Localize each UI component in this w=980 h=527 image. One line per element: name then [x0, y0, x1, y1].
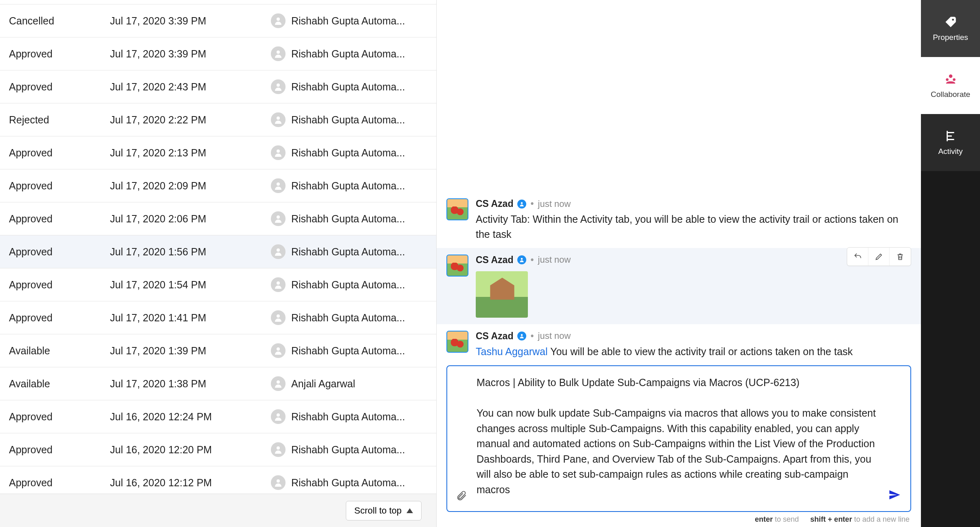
- status-cell: Approved: [0, 477, 110, 489]
- timestamp: just now: [538, 199, 571, 209]
- edit-button[interactable]: [868, 248, 890, 266]
- svg-point-2: [277, 51, 280, 54]
- table-row[interactable]: Rejected Jul 17, 2020 2:22 PM Rishabh Gu…: [0, 103, 436, 136]
- avatar[interactable]: [446, 198, 468, 220]
- table-row[interactable]: Approved Jul 17, 2020 2:43 PM Rishabh Gu…: [0, 70, 436, 103]
- table-row[interactable]: Approved Jul 17, 2020 2:06 PM Rishabh Gu…: [0, 202, 436, 235]
- date-cell: Jul 17, 2020 3:39 PM: [110, 15, 271, 27]
- table-row[interactable]: Approved Jul 17, 2020 2:13 PM Rishabh Gu…: [0, 136, 436, 169]
- verified-badge-icon: [517, 200, 526, 209]
- timestamp: just now: [538, 331, 571, 341]
- feed-meta: CS Azad • just now: [476, 331, 911, 342]
- table-row[interactable]: Approved Jul 17, 2020 3:39 PM Rishabh Gu…: [0, 37, 436, 70]
- feed-image-attachment[interactable]: [476, 271, 528, 318]
- svg-point-12: [277, 380, 280, 384]
- svg-point-18: [521, 334, 523, 336]
- user-cell: Rishabh Gupta Automa...: [271, 112, 436, 127]
- send-button[interactable]: [887, 487, 902, 503]
- compose-textarea[interactable]: [477, 375, 881, 497]
- table-row[interactable]: Approved Jul 17, 2020 2:09 PM Rishabh Gu…: [0, 169, 436, 202]
- activity-icon: [944, 129, 958, 143]
- table-row[interactable]: Approved Jul 16, 2020 12:24 PM Rishabh G…: [0, 400, 436, 433]
- status-cell: Approved: [0, 279, 110, 291]
- user-cell: Rishabh Gupta Automa...: [271, 310, 436, 325]
- user-name-label: Rishabh Gupta Automa...: [291, 180, 405, 192]
- table-row[interactable]: Approved Jul 17, 2020 1:54 PM Rishabh Gu…: [0, 268, 436, 301]
- mention-link[interactable]: Tashu Aggarwal: [476, 346, 548, 357]
- svg-point-20: [949, 75, 952, 78]
- user-name-label: Rishabh Gupta Automa...: [291, 312, 405, 324]
- avatar: [271, 79, 286, 94]
- user-name-label: Rishabh Gupta Automa...: [291, 15, 405, 27]
- compose-box: [446, 365, 911, 512]
- svg-point-10: [277, 314, 280, 318]
- svg-point-5: [277, 149, 280, 153]
- user-name-label: Rishabh Gupta Automa...: [291, 444, 405, 456]
- user-cell: Rishabh Gupta Automa...: [271, 343, 436, 358]
- user-name-label: Rishabh Gupta Automa...: [291, 114, 405, 126]
- avatar[interactable]: [446, 255, 468, 277]
- user-cell: Rishabh Gupta Automa...: [271, 145, 436, 160]
- people-icon: [944, 72, 958, 86]
- feed-text: Tashu Aggarwal You will be able to view …: [476, 344, 911, 359]
- avatar: [271, 277, 286, 292]
- avatar: [271, 409, 286, 424]
- table-row[interactable]: Available Jul 17, 2020 1:39 PM Rishabh G…: [0, 334, 436, 367]
- user-name-label: Rishabh Gupta Automa...: [291, 147, 405, 159]
- table-row[interactable]: Cancelled Jul 17, 2020 3:39 PM Rishabh G…: [0, 4, 436, 37]
- scroll-to-top-label: Scroll to top: [354, 505, 402, 516]
- date-cell: Jul 16, 2020 12:20 PM: [110, 444, 271, 456]
- attach-button[interactable]: [455, 489, 468, 503]
- avatar: [271, 46, 286, 61]
- svg-point-1: [277, 18, 280, 21]
- table-row[interactable]: Approved Jul 16, 2020 12:20 PM Rishabh G…: [0, 433, 436, 466]
- status-cell: Approved: [0, 213, 110, 225]
- avatar: [271, 112, 286, 127]
- avatar: [271, 310, 286, 325]
- svg-point-15: [277, 479, 280, 483]
- pencil-icon: [875, 252, 883, 261]
- status-cell: Approved: [0, 444, 110, 456]
- user-name-label: Rishabh Gupta Automa...: [291, 345, 405, 357]
- user-cell: Rishabh Gupta Automa...: [271, 409, 436, 424]
- reply-button[interactable]: [847, 248, 868, 266]
- svg-point-6: [277, 182, 280, 186]
- activity-panel: CS Azad • just now Activity Tab: Within …: [437, 0, 921, 527]
- svg-point-3: [277, 83, 280, 87]
- send-icon: [888, 489, 901, 501]
- separator-dot: •: [530, 331, 534, 342]
- date-cell: Jul 17, 2020 1:41 PM: [110, 312, 271, 324]
- scroll-to-top-button[interactable]: Scroll to top: [346, 501, 422, 520]
- table-row[interactable]: Available Jul 17, 2020 1:38 PM Anjali Ag…: [0, 367, 436, 400]
- rail-properties[interactable]: Properties: [921, 0, 980, 57]
- table-row[interactable]: Approved Jul 17, 2020 1:56 PM Rishabh Gu…: [0, 235, 436, 268]
- user-cell: Rishabh Gupta Automa...: [271, 475, 436, 490]
- status-cell: Available: [0, 378, 110, 390]
- user-cell: Rishabh Gupta Automa...: [271, 46, 436, 61]
- reply-icon: [853, 252, 862, 261]
- svg-point-22: [953, 78, 956, 81]
- date-cell: Jul 17, 2020 3:39 PM: [110, 48, 271, 60]
- user-name-label: Rishabh Gupta Automa...: [291, 213, 405, 225]
- verified-badge-icon: [517, 332, 526, 340]
- author-name[interactable]: CS Azad: [476, 198, 513, 209]
- author-name[interactable]: CS Azad: [476, 255, 513, 266]
- svg-point-14: [277, 446, 280, 450]
- rail-activity[interactable]: Activity: [921, 114, 980, 171]
- svg-point-19: [952, 19, 954, 21]
- avatar: [271, 343, 286, 358]
- author-name[interactable]: CS Azad: [476, 331, 513, 342]
- avatar: [271, 475, 286, 490]
- date-cell: Jul 17, 2020 2:13 PM: [110, 147, 271, 159]
- svg-point-7: [277, 215, 280, 219]
- delete-button[interactable]: [890, 248, 911, 266]
- user-name-label: Rishabh Gupta Automa...: [291, 477, 405, 489]
- avatar[interactable]: [446, 331, 468, 353]
- rail-collaborate[interactable]: Collaborate: [921, 57, 980, 114]
- user-cell: Rishabh Gupta Automa...: [271, 211, 436, 226]
- table-row[interactable]: Approved Jul 17, 2020 1:41 PM Rishabh Gu…: [0, 301, 436, 334]
- separator-dot: •: [530, 198, 534, 209]
- table-row[interactable]: Approved Jul 17, 2020 5:07 PM Rishabh Gu…: [0, 0, 436, 4]
- status-cell: Approved: [0, 48, 110, 60]
- status-cell: Approved: [0, 246, 110, 258]
